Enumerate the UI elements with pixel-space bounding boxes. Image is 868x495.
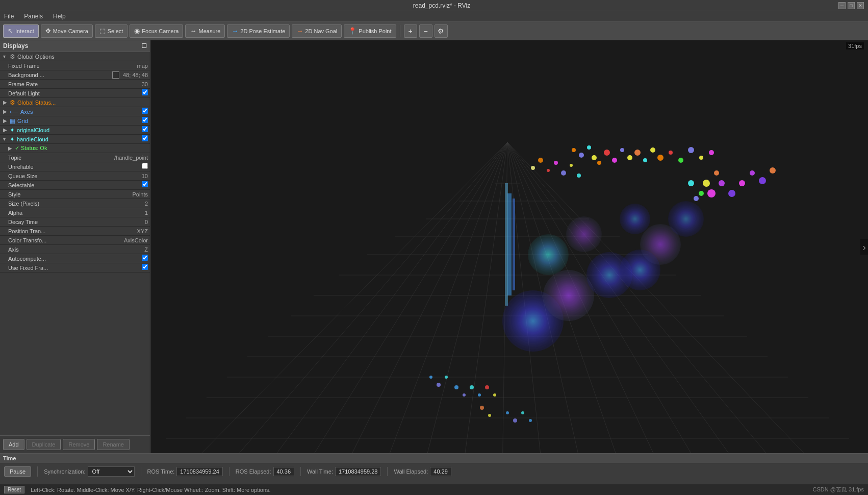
axes-label: Axes: [20, 109, 140, 115]
focus-camera-button[interactable]: ◉ Focus Camera: [130, 24, 183, 38]
unreliable-checkbox-cell: [142, 163, 148, 170]
remove-button[interactable]: Remove: [63, 439, 95, 450]
close-button[interactable]: ✕: [857, 2, 864, 9]
axes-row[interactable]: ▶ ⟵ Axes: [0, 107, 150, 116]
background-value: 48; 48; 48: [123, 72, 148, 78]
unreliable-row[interactable]: Unreliable: [0, 162, 150, 171]
svg-point-96: [480, 406, 484, 410]
background-row[interactable]: Background ... 48; 48; 48: [0, 70, 150, 80]
displays-close-button[interactable]: ☐: [141, 42, 147, 50]
grid-row[interactable]: ▶ ▦ Grid: [0, 116, 150, 126]
select-button[interactable]: ⬚ Select: [95, 24, 128, 38]
displays-title: Displays: [3, 42, 28, 50]
svg-point-79: [770, 167, 776, 174]
move-camera-button[interactable]: ✥ Move Camera: [41, 24, 93, 38]
menu-panels[interactable]: Panels: [22, 12, 45, 20]
axis-row[interactable]: Axis Z: [0, 245, 150, 254]
menu-file[interactable]: File: [2, 12, 16, 20]
color-transform-row[interactable]: Color Transfo... AxisColor: [0, 236, 150, 245]
svg-point-53: [669, 151, 673, 155]
alpha-label: Alpha: [8, 210, 143, 216]
window-controls[interactable]: ─ □ ✕: [838, 2, 864, 9]
reset-button[interactable]: Reset: [4, 486, 24, 493]
original-cloud-checkbox[interactable]: [142, 126, 148, 132]
handle-cloud-row[interactable]: ▾ ✦ handleCloud: [0, 135, 150, 144]
queue-size-row[interactable]: Queue Size 10: [0, 171, 150, 181]
alpha-row[interactable]: Alpha 1: [0, 208, 150, 217]
svg-point-65: [561, 170, 566, 176]
zoom-in-button[interactable]: +: [404, 24, 417, 38]
frame-rate-row[interactable]: Frame Rate 30: [0, 80, 150, 89]
use-fixed-frame-checkbox[interactable]: [142, 264, 148, 270]
pose-estimate-icon: →: [232, 27, 238, 35]
grid-icon: ▦: [10, 117, 15, 125]
frame-rate-value: 30: [142, 81, 148, 87]
2d-pose-estimate-button[interactable]: → 2D Pose Estimate: [227, 24, 290, 38]
options-button[interactable]: ⚙: [435, 24, 448, 38]
global-status-icon: ⚙: [10, 99, 15, 106]
svg-point-97: [488, 414, 491, 417]
grid-expand: ▶: [3, 118, 8, 123]
color-transform-value: AxisColor: [124, 237, 148, 243]
svg-point-59: [579, 153, 584, 158]
default-light-row[interactable]: Default Light: [0, 89, 150, 98]
topic-row[interactable]: Topic /handle_point: [0, 153, 150, 162]
fixed-frame-row[interactable]: Fixed Frame map: [0, 61, 150, 70]
minimize-button[interactable]: ─: [838, 2, 846, 9]
unreliable-checkbox[interactable]: [142, 163, 148, 169]
menu-help[interactable]: Help: [51, 12, 68, 20]
publish-point-button[interactable]: 📍 Publish Point: [344, 24, 396, 38]
menu-bar: File Panels Help: [0, 11, 868, 22]
svg-point-71: [707, 189, 716, 197]
zoom-out-button[interactable]: −: [419, 24, 432, 38]
viewport-collapse-arrow[interactable]: ›: [860, 239, 868, 255]
position-transform-row[interactable]: Position Tran... XYZ: [0, 227, 150, 236]
style-row[interactable]: Style Points: [0, 190, 150, 199]
use-fixed-frame-row[interactable]: Use Fixed Fra...: [0, 263, 150, 273]
axes-checkbox[interactable]: [142, 108, 148, 114]
selectable-checkbox[interactable]: [142, 181, 148, 187]
svg-point-73: [728, 190, 735, 197]
pause-button[interactable]: Pause: [4, 466, 31, 477]
viewport[interactable]: 31fps ›: [150, 40, 868, 453]
handle-cloud-checkbox[interactable]: [142, 135, 148, 141]
displays-header: Displays ☐: [0, 40, 150, 52]
autocompute-checkbox[interactable]: [142, 255, 148, 261]
autocompute-row[interactable]: Autocompute...: [0, 254, 150, 263]
queue-size-label: Queue Size: [8, 173, 140, 179]
rename-button[interactable]: Rename: [97, 439, 130, 450]
svg-point-95: [529, 419, 532, 422]
duplicate-button[interactable]: Duplicate: [27, 439, 61, 450]
original-cloud-checkbox-cell: [142, 126, 148, 134]
selectable-checkbox-cell: [142, 181, 148, 189]
time-panel-header[interactable]: Time: [0, 454, 868, 463]
displays-panel: Displays ☐ ▾ ⚙ Global Options Fixed Fram…: [0, 40, 150, 453]
decay-time-row[interactable]: Decay Time 0: [0, 217, 150, 227]
interact-button[interactable]: ↖ Interact: [3, 24, 39, 38]
original-cloud-row[interactable]: ▶ ✦ originalCloud: [0, 126, 150, 135]
measure-button[interactable]: ↔ Measure: [185, 24, 225, 38]
ros-elapsed-label: ROS Elapsed:: [236, 468, 271, 475]
axes-icon: ⟵: [10, 108, 18, 115]
time-panel: Time Pause Synchronization: Off Approxim…: [0, 453, 868, 484]
background-label: Background ...: [8, 72, 112, 78]
grid-checkbox[interactable]: [142, 117, 148, 123]
sync-select[interactable]: Off Approximate Exact: [88, 466, 135, 477]
original-cloud-icon: ✦: [10, 127, 15, 134]
maximize-button[interactable]: □: [848, 2, 855, 9]
default-light-checkbox[interactable]: [142, 89, 148, 95]
interact-icon: ↖: [8, 27, 13, 35]
selectable-row[interactable]: Selectable: [0, 181, 150, 190]
svg-point-85: [470, 385, 474, 389]
size-pixels-row[interactable]: Size (Pixels) 2: [0, 199, 150, 208]
add-button[interactable]: Add: [3, 439, 24, 450]
svg-point-89: [445, 376, 448, 379]
style-label: Style: [8, 191, 130, 197]
global-options-row[interactable]: ▾ ⚙ Global Options: [0, 52, 150, 61]
color-transform-label: Color Transfo...: [8, 237, 122, 243]
move-camera-label: Move Camera: [53, 28, 88, 34]
svg-point-54: [678, 158, 683, 163]
title-bar: read_pcd.rviz* - RViz ─ □ ✕: [0, 0, 868, 11]
2d-nav-goal-button[interactable]: → 2D Nav Goal: [292, 24, 342, 38]
global-status-row[interactable]: ▶ ⚙ Global Status...: [0, 98, 150, 107]
